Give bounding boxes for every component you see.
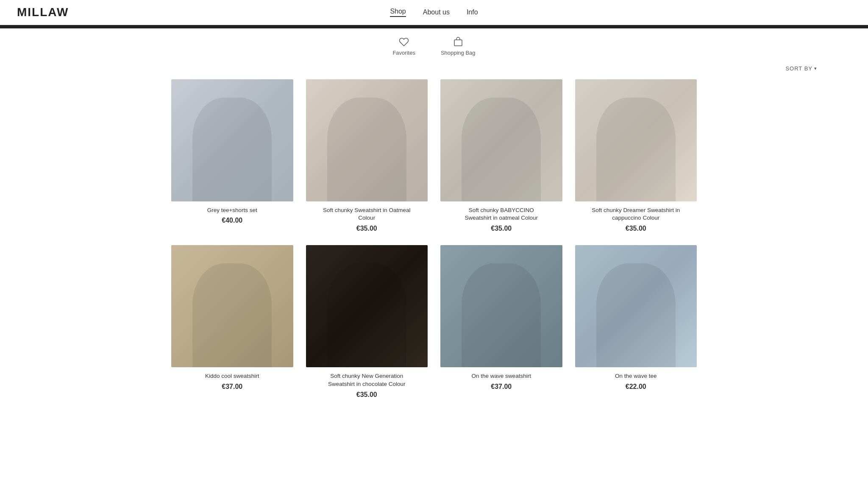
product-name-1: Grey tee+shorts set	[207, 207, 257, 215]
child-figure-4	[575, 79, 697, 201]
favorites-button[interactable]: Favorites	[392, 37, 415, 56]
child-figure-6	[306, 245, 428, 367]
product-name-3: Soft chunky BABYCCINO Sweatshirt in oatm…	[455, 207, 548, 223]
nav-shop[interactable]: Shop	[390, 8, 406, 17]
child-figure-5	[171, 245, 293, 367]
product-image-2	[306, 79, 428, 201]
product-card-4[interactable]: Soft chunky Dreamer Sweatshirt in cappuc…	[575, 79, 697, 232]
product-name-4: Soft chunky Dreamer Sweatshirt in cappuc…	[589, 207, 682, 223]
sort-bar: SORT BY ▾	[0, 60, 868, 75]
product-card-6[interactable]: Soft chunky New Generation Sweatshirt in…	[306, 245, 428, 398]
product-price-3: €35.00	[491, 225, 512, 232]
bag-icon	[453, 37, 463, 47]
product-price-4: €35.00	[626, 225, 646, 232]
product-image-3	[440, 79, 562, 201]
product-price-5: €37.00	[222, 383, 242, 391]
product-price-7: €37.00	[491, 383, 512, 391]
chevron-down-icon: ▾	[814, 66, 817, 71]
product-price-8: €22.00	[626, 383, 646, 391]
product-image-8	[575, 245, 697, 367]
product-image-5	[171, 245, 293, 367]
product-image-6	[306, 245, 428, 367]
child-figure-2	[306, 79, 428, 201]
hero-bar	[0, 25, 868, 28]
product-card-8[interactable]: On the wave tee €22.00	[575, 245, 697, 398]
child-figure-1	[171, 79, 293, 201]
product-card-1[interactable]: Grey tee+shorts set €40.00	[171, 79, 293, 232]
product-grid: Grey tee+shorts set €40.00 Soft chunky S…	[125, 75, 743, 416]
product-image-7	[440, 245, 562, 367]
product-card-7[interactable]: On the wave sweatshirt €37.00	[440, 245, 562, 398]
heart-icon	[399, 37, 409, 47]
product-card-2[interactable]: Soft chunky Sweatshirt in Oatmeal Colour…	[306, 79, 428, 232]
svg-rect-0	[454, 40, 462, 46]
toolbar: Favorites Shopping Bag	[0, 28, 868, 60]
product-image-4	[575, 79, 697, 201]
sort-by-label: SORT BY	[785, 65, 812, 72]
nav-info[interactable]: Info	[467, 8, 478, 16]
product-price-2: €35.00	[356, 225, 377, 232]
product-name-2: Soft chunky Sweatshirt in Oatmeal Colour	[320, 207, 413, 223]
product-name-5: Kiddo cool sweatshirt	[205, 372, 259, 380]
product-name-8: On the wave tee	[615, 372, 657, 380]
header: MILLAW Shop About us Info	[0, 0, 868, 25]
product-price-1: €40.00	[222, 217, 242, 224]
nav-about-us[interactable]: About us	[423, 8, 450, 16]
product-name-7: On the wave sweatshirt	[472, 372, 531, 380]
child-figure-8	[575, 245, 697, 367]
product-card-5[interactable]: Kiddo cool sweatshirt €37.00	[171, 245, 293, 398]
child-figure-3	[440, 79, 562, 201]
sort-by-button[interactable]: SORT BY ▾	[785, 65, 817, 72]
product-name-6: Soft chunky New Generation Sweatshirt in…	[320, 372, 413, 388]
child-figure-7	[440, 245, 562, 367]
shopping-bag-button[interactable]: Shopping Bag	[441, 37, 476, 56]
favorites-label: Favorites	[392, 50, 415, 56]
product-card-3[interactable]: Soft chunky BABYCCINO Sweatshirt in oatm…	[440, 79, 562, 232]
logo[interactable]: MILLAW	[17, 6, 69, 19]
product-price-6: €35.00	[356, 391, 377, 399]
shopping-bag-label: Shopping Bag	[441, 50, 476, 56]
main-nav: Shop About us Info	[390, 8, 478, 17]
product-image-1	[171, 79, 293, 201]
